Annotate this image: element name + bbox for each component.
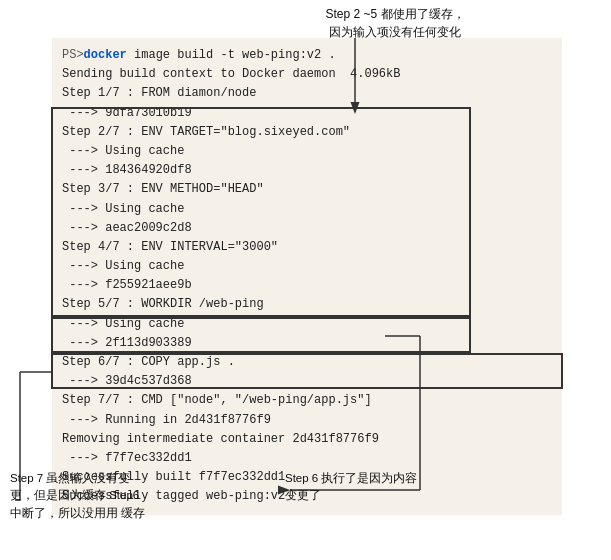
annotation-bottom-right-line2: 变更了 (285, 489, 321, 501)
terminal-line-7: ---> 184364920df8 (62, 161, 552, 180)
annotation-top-line2: 因为输入项没有任何变化 (329, 25, 461, 39)
annotation-top-line1: Step 2 ~5 都使用了缓存， (325, 7, 464, 21)
terminal-line-22: ---> f7f7ec332dd1 (62, 449, 552, 468)
terminal-line-4: ---> 9dfa73010b19 (62, 104, 552, 123)
terminal-line-16: ---> 2f113d903389 (62, 334, 552, 353)
main-container: Step 2 ~5 都使用了缓存， 因为输入项没有任何变化 PS>docker … (0, 0, 611, 560)
terminal-line-6: ---> Using cache (62, 142, 552, 161)
annotation-bottom-left-line1: Step 7 虽然输入没有变 (10, 472, 130, 484)
terminal-line-14: Step 5/7 : WORKDIR /web-ping (62, 295, 552, 314)
annotation-bottom-left-line2: 更，但是因为缓存 Step6 (10, 489, 139, 501)
terminal-line-15: ---> Using cache (62, 315, 552, 334)
terminal-line-19: Step 7/7 : CMD ["node", "/web-ping/app.j… (62, 391, 552, 410)
terminal-line-5: Step 2/7 : ENV TARGET="blog.sixeyed.com" (62, 123, 552, 142)
terminal-line-13: ---> f255921aee9b (62, 276, 552, 295)
terminal-line-1: PS>docker image build -t web-ping:v2 . (62, 46, 552, 65)
annotation-bottom-left-line3: 中断了，所以没用用 缓存 (10, 507, 145, 519)
terminal-line-3: Step 1/7 : FROM diamon/node (62, 84, 552, 103)
terminal-line-21: Removing intermediate container 2d431f87… (62, 430, 552, 449)
terminal-line-18: ---> 39d4c537d368 (62, 372, 552, 391)
terminal-line-11: Step 4/7 : ENV INTERVAL="3000" (62, 238, 552, 257)
annotation-bottom-right: Step 6 执行了是因为内容 变更了 (285, 470, 485, 505)
annotation-bottom-left: Step 7 虽然输入没有变 更，但是因为缓存 Step6 中断了，所以没用用 … (10, 470, 185, 522)
annotation-top: Step 2 ~5 都使用了缓存， 因为输入项没有任何变化 (295, 5, 495, 41)
terminal-line-20: ---> Running in 2d431f8776f9 (62, 411, 552, 430)
terminal-line-10: ---> aeac2009c2d8 (62, 219, 552, 238)
terminal-line-17: Step 6/7 : COPY app.js . (62, 353, 552, 372)
terminal-block: PS>docker image build -t web-ping:v2 . S… (52, 38, 562, 515)
terminal-line-12: ---> Using cache (62, 257, 552, 276)
annotation-bottom-right-line1: Step 6 执行了是因为内容 (285, 472, 417, 484)
terminal-line-2: Sending build context to Docker daemon 4… (62, 65, 552, 84)
terminal-line-8: Step 3/7 : ENV METHOD="HEAD" (62, 180, 552, 199)
terminal-line-9: ---> Using cache (62, 200, 552, 219)
